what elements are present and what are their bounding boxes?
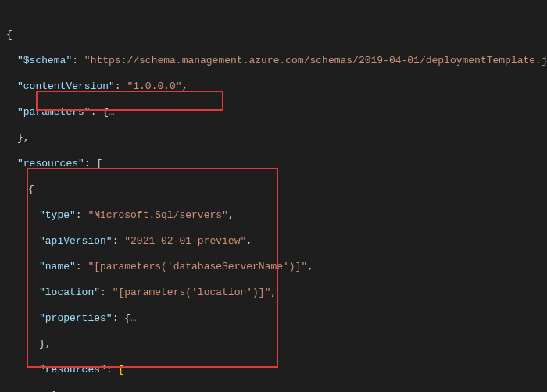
code-line: "$schema": "https://schema.management.az… [6,55,547,68]
code-line: "type": "Microsoft.Sql/servers", [6,209,547,223]
code-line: "name": "[parameters('databaseServerName… [6,261,547,274]
code-line: "contentVersion": "1.0.0.0", [6,80,547,94]
code-line: "parameters": {… [6,106,547,119]
code-line: }, [6,338,547,351]
code-line: { [6,184,547,197]
code-line: { [6,29,547,42]
code-line: "resources": [ [6,364,547,377]
code-line: }, [6,132,547,145]
code-editor[interactable]: { "$schema": "https://schema.management.… [0,0,547,392]
code-line: "location": "[parameters('location')]", [6,287,547,300]
code-line: "apiVersion": "2021-02-01-preview", [6,235,547,248]
code-line: "resources": [ [6,158,547,171]
code-line: "properties": {… [6,312,547,326]
